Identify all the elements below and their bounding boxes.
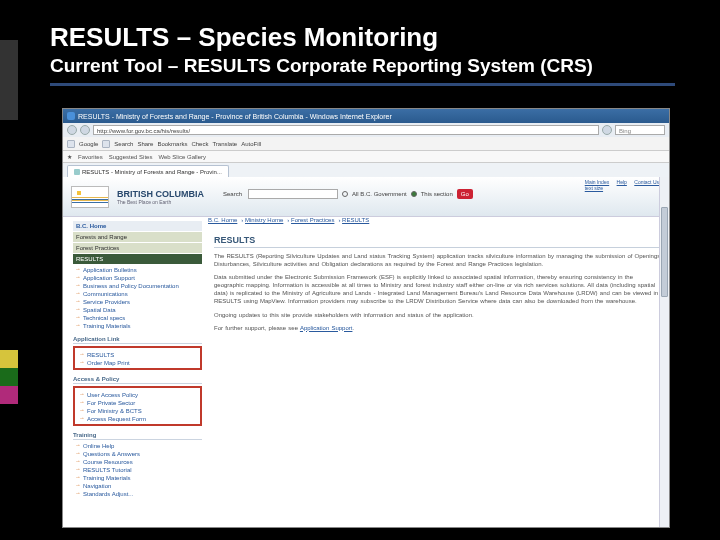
toolbar-share-label[interactable]: Share [137, 141, 153, 147]
nav-private-sector[interactable]: For Private Sector [79, 399, 198, 407]
access-policy-highlight-box: User Access Policy For Private Sector Fo… [73, 386, 202, 426]
ie-icon [67, 112, 75, 120]
nav-navigation[interactable]: Navigation [75, 482, 202, 490]
tab-title: RESULTS - Ministry of Forests and Range … [82, 169, 222, 175]
nav-order-map-print[interactable]: Order Map Print [79, 359, 198, 367]
nav-home[interactable]: B.C. Home [73, 221, 202, 231]
favorites-label[interactable]: Favorites [78, 154, 103, 160]
toolbar-bookmarks-label[interactable]: Bookmarks [157, 141, 187, 147]
nav-qa[interactable]: Questions & Answers [75, 450, 202, 458]
nav-app-support[interactable]: Application Support [75, 274, 202, 282]
google-icon[interactable] [67, 140, 75, 148]
search-engine-field[interactable]: Bing [615, 125, 665, 135]
toolbar-search-label[interactable]: Search [114, 141, 133, 147]
page-heading: RESULTS [214, 235, 663, 248]
nav-communications[interactable]: Communications [75, 290, 202, 298]
paragraph-intro: The RESULTS (Reporting Silviculture Upda… [214, 252, 663, 268]
top-link-contact[interactable]: Contact Us [634, 179, 659, 185]
window-title-text: RESULTS - Ministry of Forests and Range … [78, 113, 392, 120]
nav-results-app-link[interactable]: RESULTS [79, 351, 198, 359]
tab-bar: RESULTS - Ministry of Forests and Range … [63, 163, 669, 177]
nav-technical-specs[interactable]: Technical specs [75, 314, 202, 322]
page-content: BRITISH COLUMBIA The Best Place on Earth… [63, 177, 669, 527]
nav-business-policy[interactable]: Business and Policy Documentation [75, 282, 202, 290]
nav-online-help[interactable]: Online Help [75, 442, 202, 450]
nav-service-providers[interactable]: Service Providers [75, 298, 202, 306]
slide-subtitle: Current Tool – RESULTS Corporate Reporti… [50, 55, 675, 77]
section-app-link: Application Link [73, 336, 202, 344]
nav-forests-range[interactable]: Forests and Range [73, 232, 202, 242]
top-link-help[interactable]: Help [617, 179, 627, 185]
toolbar-search-icon[interactable] [102, 140, 110, 148]
site-search-input[interactable] [248, 189, 338, 199]
nav-results-current[interactable]: RESULTS [73, 254, 202, 264]
slide-title: RESULTS – Species Monitoring [50, 22, 675, 53]
nav-training-materials2[interactable]: Training Materials [75, 474, 202, 482]
nav-forest-practices[interactable]: Forest Practices [73, 243, 202, 253]
radio-all-bc-label: All B.C. Government [352, 191, 407, 197]
window-titlebar: RESULTS - Ministry of Forests and Range … [63, 109, 669, 123]
address-bar: http://www.for.gov.bc.ca/his/results/ Bi… [63, 123, 669, 137]
nav-back-button[interactable] [67, 125, 77, 135]
crumb-ministry[interactable]: Ministry Home [245, 217, 283, 223]
nav-standards[interactable]: Standards Adjust... [75, 490, 202, 498]
paragraph-updates: Ongoing updates to this site provide sta… [214, 311, 663, 319]
nav-spatial-data[interactable]: Spatial Data [75, 306, 202, 314]
paragraph-esf: Data submitted under the Electronic Subm… [214, 273, 663, 305]
favorites-bar: ★ Favorites Suggested Sites Web Slice Ga… [63, 151, 669, 163]
application-link-highlight-box: RESULTS Order Map Print [73, 346, 202, 370]
left-navigation: B.C. Home Forests and Range Forest Pract… [63, 217, 208, 527]
nav-training-materials[interactable]: Training Materials [75, 322, 202, 330]
suggested-sites-link[interactable]: Suggested Sites [109, 154, 153, 160]
accent-color-bars [0, 40, 18, 540]
search-label: Search [223, 191, 242, 197]
bc-banner: BRITISH COLUMBIA The Best Place on Earth… [63, 177, 669, 217]
browser-window: RESULTS - Ministry of Forests and Range … [62, 108, 670, 528]
site-search-row: Search All B.C. Government This section … [223, 189, 659, 199]
google-toolbar: Google Search Share Bookmarks Check Tran… [63, 137, 669, 151]
bc-title: BRITISH COLUMBIA [117, 189, 204, 199]
toolbar-translate-label[interactable]: Translate [212, 141, 237, 147]
web-slice-link[interactable]: Web Slice Gallery [158, 154, 206, 160]
nav-access-request-form[interactable]: Access Request Form [79, 415, 198, 423]
radio-this-section-label: This section [421, 191, 453, 197]
support-suffix: . [352, 325, 354, 331]
nav-user-access-policy[interactable]: User Access Policy [79, 391, 198, 399]
nav-app-bulletins[interactable]: Application Bulletins [75, 266, 202, 274]
url-field[interactable]: http://www.for.gov.bc.ca/his/results/ [93, 125, 599, 135]
radio-this-section[interactable] [411, 191, 417, 197]
browser-tab[interactable]: RESULTS - Ministry of Forests and Range … [67, 165, 229, 177]
title-underline [50, 83, 675, 86]
crumb-bc-home[interactable]: B.C. Home [208, 217, 237, 223]
crumb-results[interactable]: RESULTS [342, 217, 369, 223]
crumb-practices[interactable]: Forest Practices [291, 217, 334, 223]
breadcrumb: B.C. Home› Ministry Home› Forest Practic… [208, 217, 373, 223]
section-access-policy: Access & Policy [73, 376, 202, 384]
search-go-button[interactable]: Go [457, 189, 473, 199]
google-label: Google [79, 141, 98, 147]
main-content-area: RESULTS The RESULTS (Reporting Silvicult… [208, 231, 669, 527]
refresh-button[interactable] [602, 125, 612, 135]
toolbar-check-label[interactable]: Check [191, 141, 208, 147]
application-support-link[interactable]: Application Support [300, 325, 353, 331]
nav-forward-button[interactable] [80, 125, 90, 135]
nav-results-tutorial[interactable]: RESULTS Tutorial [75, 466, 202, 474]
nav-ministry-bcts[interactable]: For Ministry & BCTS [79, 407, 198, 415]
bc-tagline: The Best Place on Earth [117, 199, 204, 205]
nav-course-resources[interactable]: Course Resources [75, 458, 202, 466]
favorites-star-icon[interactable]: ★ [67, 153, 72, 160]
radio-all-bc[interactable] [342, 191, 348, 197]
paragraph-support: For further support, please see Applicat… [214, 324, 663, 332]
bc-flag-icon [71, 186, 109, 208]
toolbar-autofill-label[interactable]: AutoFill [241, 141, 261, 147]
support-prefix: For further support, please see [214, 325, 300, 331]
scrollbar-thumb[interactable] [661, 207, 668, 297]
section-training: Training [73, 432, 202, 440]
tab-favicon-icon [74, 169, 80, 175]
vertical-scrollbar[interactable] [659, 177, 669, 527]
